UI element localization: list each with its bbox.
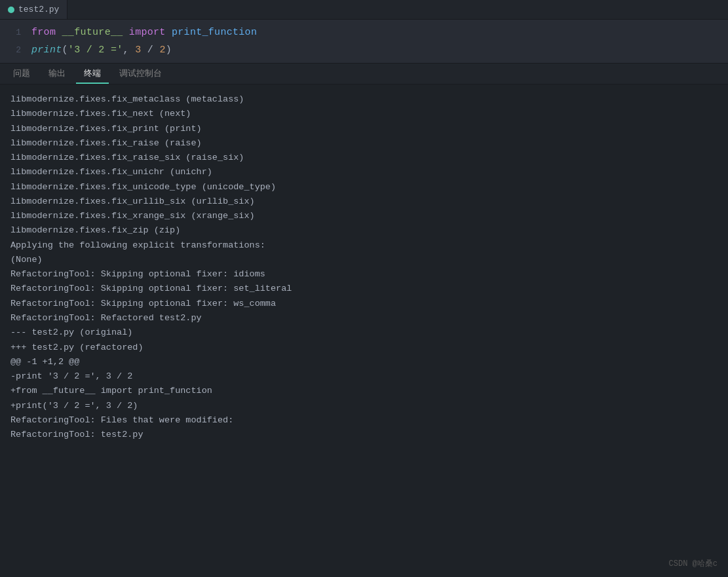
terminal-line: libmodernize.fixes.fix_xrange_six (xrang… [10,209,718,223]
code-editor: 1from __future__ import print_function2p… [0,20,728,64]
terminal-line: +from __future__ import print_function [10,384,718,398]
terminal-line: libmodernize.fixes.fix_unicode_type (uni… [10,180,718,195]
code-content: print('3 / 2 =', 3 / 2) [31,41,172,59]
panel-tab-问题[interactable]: 问题 [5,64,38,84]
line-number: 2 [5,43,31,58]
terminal-line: libmodernize.fixes.fix_next (next) [10,107,718,121]
terminal-line: --- test2.py (original) [10,326,718,340]
terminal-line: @@ -1 +1,2 @@ [10,355,718,369]
terminal-line: libmodernize.fixes.fix_print (print) [10,122,718,136]
terminal-line: -print '3 / 2 =', 3 / 2 [10,369,718,384]
file-tab-dot [8,7,14,13]
terminal-line: libmodernize.fixes.fix_raise (raise) [10,136,718,151]
terminal-line: RefactoringTool: Skipping optional fixer… [10,297,718,311]
terminal-line: +++ test2.py (refactored) [10,341,718,355]
terminal-line: RefactoringTool: Skipping optional fixer… [10,282,718,296]
terminal-line: RefactoringTool: Files that were modifie… [10,413,718,428]
terminal-line: Applying the following explicit transfor… [10,238,718,253]
terminal-line: libmodernize.fixes.fix_unichr (unichr) [10,165,718,179]
panel-tabs: 问题输出终端调试控制台 [0,64,728,84]
terminal-line: RefactoringTool: Skipping optional fixer… [10,267,718,282]
terminal-output: libmodernize.fixes.fix_metaclass (metacl… [0,84,728,576]
code-line: 1from __future__ import print_function [0,24,728,41]
terminal-line: libmodernize.fixes.fix_metaclass (metacl… [10,92,718,107]
file-tab-label: test2.py [18,5,59,14]
terminal-line: libmodernize.fixes.fix_zip (zip) [10,223,718,238]
watermark: CSDN @哈桑c [669,558,718,569]
terminal-line: RefactoringTool: test2.py [10,428,718,442]
panel-tab-终端[interactable]: 终端 [76,64,109,84]
terminal-line: RefactoringTool: Refactored test2.py [10,311,718,326]
terminal-line: +print('3 / 2 =', 3 / 2) [10,399,718,413]
terminal-line: libmodernize.fixes.fix_raise_six (raise_… [10,151,718,165]
file-tab[interactable]: test2.py [0,0,67,19]
line-number: 1 [5,25,31,40]
panel-tab-调试控制台[interactable]: 调试控制台 [111,64,170,84]
code-line: 2print('3 / 2 =', 3 / 2) [0,41,728,59]
code-content: from __future__ import print_function [31,24,257,41]
terminal-line: (None) [10,253,718,267]
panel-tab-输出[interactable]: 输出 [41,64,73,84]
terminal-line: libmodernize.fixes.fix_urllib_six (urlli… [10,195,718,209]
file-tab-bar: test2.py [0,0,728,20]
